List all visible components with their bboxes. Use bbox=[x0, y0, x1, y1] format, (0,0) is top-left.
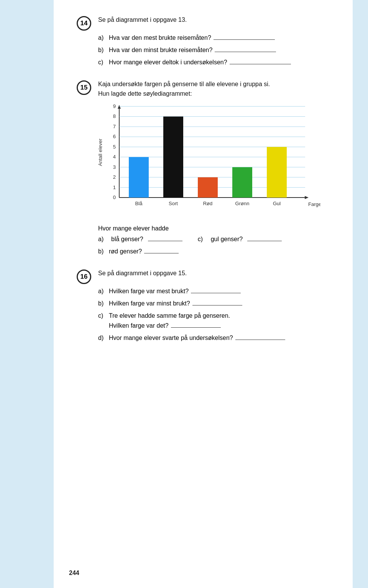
q16-c-answer bbox=[171, 327, 221, 328]
bar-bla bbox=[129, 157, 149, 198]
q16-c-line2: Hvilken farge var det? bbox=[109, 322, 221, 329]
chart-svg: 0 1 2 3 4 5 6 7 8 9 Antall elever bbox=[98, 103, 320, 217]
q16-b: b) Hvilken farge var minst brukt? bbox=[98, 300, 334, 307]
q15-intro-block: Kaja undersøkte fargen på genserne til a… bbox=[98, 80, 270, 99]
q15-c-answer bbox=[247, 241, 282, 241]
svg-text:6: 6 bbox=[113, 134, 116, 139]
page-number: 244 bbox=[69, 570, 79, 577]
q15-c: c) gul genser? bbox=[198, 236, 282, 243]
left-decoration bbox=[0, 0, 38, 588]
svg-marker-2 bbox=[118, 105, 121, 109]
q15-intro: Kaja undersøkte fargen på genserne til a… bbox=[98, 80, 270, 89]
q14-c-text: Hvor mange elever deltok i undersøkelsen… bbox=[109, 59, 227, 66]
x-axis-label: Farge på genseren bbox=[308, 201, 320, 207]
q15-b-label: b) bbox=[98, 248, 109, 255]
bar-chart: 0 1 2 3 4 5 6 7 8 9 Antall elever bbox=[98, 103, 320, 217]
svg-text:2: 2 bbox=[113, 174, 116, 180]
q16-a-label: a) bbox=[98, 288, 109, 295]
q16-c-block: c) Tre elever hadde samme farge på gense… bbox=[98, 312, 334, 329]
question-16: 16 Se på diagrammet i oppgave 15. a) Hvi… bbox=[77, 269, 334, 341]
q14-sub-questions: a) Hva var den mest brukte reisemåten? b… bbox=[98, 34, 334, 66]
q14-a-text: Hva var den mest brukte reisemåten? bbox=[109, 34, 211, 41]
q15-header: 15 Kaja undersøkte fargen på genserne ti… bbox=[77, 80, 334, 99]
svg-text:7: 7 bbox=[113, 123, 116, 129]
page-content: 14 Se på diagrammet i oppgave 13. a) Hva… bbox=[54, 0, 353, 588]
bar-gronn bbox=[232, 167, 252, 197]
q16-d: d) Hvor mange elever svarte på undersøke… bbox=[98, 335, 334, 341]
q14-b-label: b) bbox=[98, 47, 109, 54]
x-label-gul: Gul bbox=[273, 201, 281, 206]
svg-marker-3 bbox=[305, 196, 309, 199]
q16-b-label: b) bbox=[98, 300, 109, 307]
x-label-sort: Sort bbox=[169, 201, 178, 206]
q15-a-label: a) bbox=[98, 236, 109, 243]
q14-b: b) Hva var den minst brukte reisemåten? bbox=[98, 47, 334, 54]
q14-a: a) Hva var den mest brukte reisemåten? bbox=[98, 34, 334, 41]
q16-c-label: c) bbox=[98, 312, 109, 319]
bar-gul bbox=[267, 147, 287, 197]
q14-a-label: a) bbox=[98, 34, 109, 41]
q16-d-text: Hvor mange elever svarte på undersøkelse… bbox=[109, 335, 233, 341]
q15-number: 15 bbox=[77, 80, 91, 95]
q14-c-label: c) bbox=[98, 59, 109, 66]
q14-header: 14 Se på diagrammet i oppgave 13. bbox=[77, 15, 334, 31]
q14-a-answer bbox=[214, 39, 275, 40]
q15-b-answer bbox=[144, 253, 179, 253]
q15-b-text: rød genser? bbox=[109, 248, 142, 255]
q16-number: 16 bbox=[77, 270, 91, 284]
svg-text:Antall elever: Antall elever bbox=[98, 138, 103, 166]
q15-where-many: Hvor mange elever hadde bbox=[98, 225, 334, 232]
question-15: 15 Kaja undersøkte fargen på genserne ti… bbox=[77, 80, 334, 255]
q16-sub-questions: a) Hvilken farge var mest brukt? b) Hvil… bbox=[98, 288, 334, 341]
svg-text:3: 3 bbox=[113, 164, 116, 170]
q16-d-answer bbox=[235, 340, 285, 340]
q14-b-text: Hva var den minst brukte reisemåten? bbox=[109, 47, 212, 54]
q15-b: b) rød genser? bbox=[98, 248, 334, 255]
svg-text:9: 9 bbox=[113, 103, 116, 109]
bar-sort bbox=[163, 116, 183, 198]
q16-d-label: d) bbox=[98, 335, 109, 341]
q15-intro2: Hun lagde dette søylediagrammet: bbox=[98, 89, 270, 99]
q14-intro: Se på diagrammet i oppgave 13. bbox=[98, 15, 187, 25]
q16-b-answer bbox=[192, 305, 242, 305]
q16-b-text: Hvilken farge var minst brukt? bbox=[109, 300, 190, 307]
q15-a-answer bbox=[148, 241, 182, 241]
bar-rod bbox=[198, 177, 218, 198]
q15-sub-questions: a) blå genser? c) gul genser? b) rød gen… bbox=[98, 236, 334, 255]
question-14: 14 Se på diagrammet i oppgave 13. a) Hva… bbox=[77, 15, 334, 66]
q15-c-label: c) bbox=[198, 236, 209, 243]
svg-text:0: 0 bbox=[113, 194, 116, 200]
q16-c-text: Tre elever hadde samme farge på genseren… bbox=[109, 312, 230, 319]
q14-c-answer bbox=[230, 64, 291, 64]
q14-c: c) Hvor mange elever deltok i undersøkel… bbox=[98, 59, 334, 66]
svg-text:5: 5 bbox=[113, 144, 116, 149]
q16-c-line1: c) Tre elever hadde samme farge på gense… bbox=[98, 312, 230, 319]
x-label-gronn: Grønn bbox=[235, 201, 250, 206]
chart-wrapper: 0 1 2 3 4 5 6 7 8 9 Antall elever bbox=[98, 103, 334, 217]
q15-a-text: blå genser? bbox=[111, 236, 143, 243]
q14-b-answer bbox=[215, 52, 276, 52]
q15-a-c-row: a) blå genser? c) gul genser? bbox=[98, 236, 334, 243]
svg-text:4: 4 bbox=[113, 154, 116, 160]
q16-a-text: Hvilken farge var mest brukt? bbox=[109, 288, 189, 295]
q16-header: 16 Se på diagrammet i oppgave 15. bbox=[77, 269, 334, 284]
q16-c-extra: Hvilken farge var det? bbox=[109, 322, 169, 329]
q16-a: a) Hvilken farge var mest brukt? bbox=[98, 288, 334, 295]
q16-intro: Se på diagrammet i oppgave 15. bbox=[98, 269, 187, 278]
q15-c-text: gul genser? bbox=[211, 236, 243, 243]
svg-text:1: 1 bbox=[113, 184, 116, 190]
svg-text:8: 8 bbox=[113, 113, 116, 119]
q15-a: a) blå genser? bbox=[98, 236, 182, 243]
q16-a-answer bbox=[191, 293, 241, 293]
x-label-bla: Blå bbox=[135, 201, 143, 206]
q14-number: 14 bbox=[77, 16, 91, 31]
x-label-rod: Rød bbox=[203, 201, 213, 206]
